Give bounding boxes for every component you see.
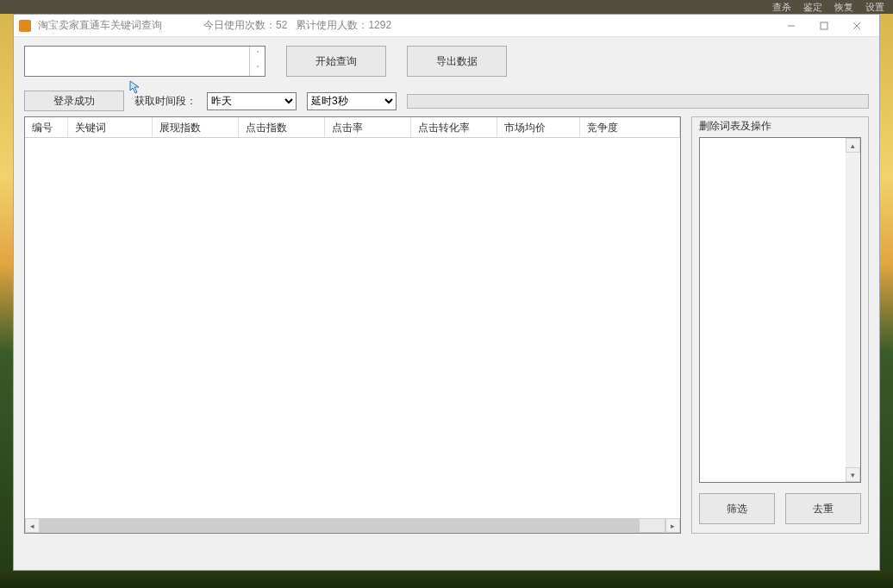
listview-horizontal-scrollbar[interactable]: ◂ ▸: [25, 518, 680, 533]
start-query-button[interactable]: 开始查询: [286, 46, 386, 77]
maximize-icon: [820, 22, 828, 30]
chevron-down-icon[interactable]: ˅: [250, 61, 265, 76]
close-button[interactable]: [841, 16, 872, 35]
close-icon: [852, 22, 861, 30]
col-ctr[interactable]: 点击率: [325, 117, 411, 137]
maximize-button[interactable]: [809, 16, 840, 35]
time-range-select[interactable]: 昨天: [207, 92, 297, 110]
window-title: 淘宝卖家直通车关键词查询: [38, 18, 162, 33]
listview-body[interactable]: [25, 138, 680, 518]
minimize-icon: [787, 22, 796, 30]
keyword-spinner[interactable]: ˄ ˅: [249, 47, 265, 76]
app-icon: [19, 20, 31, 32]
scroll-right-icon[interactable]: ▸: [665, 518, 680, 533]
app-window: 淘宝卖家直通车关键词查询 今日使用次数：52 累计使用人数：1292 ˄ ˅: [13, 14, 880, 571]
svg-rect-1: [821, 22, 827, 29]
system-menu-bar: 查杀 鉴定 恢复 设置: [0, 0, 893, 14]
filter-button[interactable]: 筛选: [699, 493, 775, 524]
delete-words-textarea[interactable]: ▴ ▾: [699, 137, 861, 483]
col-competition[interactable]: 竞争度: [580, 117, 680, 137]
col-avg-price[interactable]: 市场均价: [497, 117, 580, 137]
delete-words-panel: 删除词表及操作 ▴ ▾ 筛选 去重: [691, 116, 869, 534]
sys-menu-kill[interactable]: 查杀: [772, 1, 791, 14]
col-cvr[interactable]: 点击转化率: [411, 117, 497, 137]
listview-header[interactable]: 编号 关键词 展现指数 点击指数 点击率 点击转化率 市场均价 竞争度: [25, 117, 680, 138]
scroll-thumb[interactable]: [41, 519, 640, 532]
desktop-bottom-strip: [0, 571, 893, 588]
memo-vertical-scrollbar[interactable]: ▴ ▾: [846, 138, 860, 482]
dedup-button[interactable]: 去重: [785, 493, 861, 524]
titlebar[interactable]: 淘宝卖家直通车关键词查询 今日使用次数：52 累计使用人数：1292: [14, 15, 879, 37]
export-data-button[interactable]: 导出数据: [407, 46, 507, 77]
minimize-button[interactable]: [776, 16, 807, 35]
keyword-input-box[interactable]: ˄ ˅: [24, 46, 265, 77]
scroll-down-icon[interactable]: ▾: [846, 467, 860, 482]
time-range-label: 获取时间段：: [134, 94, 197, 109]
results-listview[interactable]: 编号 关键词 展现指数 点击指数 点击率 点击转化率 市场均价 竞争度 ◂ ▸: [24, 116, 681, 534]
progress-bar: [407, 94, 869, 109]
chevron-up-icon[interactable]: ˄: [250, 47, 265, 61]
delete-words-label: 删除词表及操作: [699, 117, 861, 137]
sys-menu-restore[interactable]: 恢复: [834, 1, 853, 14]
login-status-button[interactable]: 登录成功: [24, 91, 124, 111]
sys-menu-settings[interactable]: 设置: [865, 1, 884, 14]
keyword-textarea[interactable]: [25, 47, 249, 76]
scroll-left-icon[interactable]: ◂: [25, 518, 40, 533]
col-index[interactable]: 编号: [25, 117, 68, 137]
scroll-up-icon[interactable]: ▴: [846, 138, 860, 153]
col-keyword[interactable]: 关键词: [68, 117, 153, 137]
sys-menu-identify[interactable]: 鉴定: [803, 1, 822, 14]
col-impression[interactable]: 展现指数: [153, 117, 239, 137]
usage-stats: 今日使用次数：52 累计使用人数：1292: [203, 18, 391, 33]
delay-select[interactable]: 延时3秒: [307, 92, 397, 110]
col-click-index[interactable]: 点击指数: [239, 117, 325, 137]
